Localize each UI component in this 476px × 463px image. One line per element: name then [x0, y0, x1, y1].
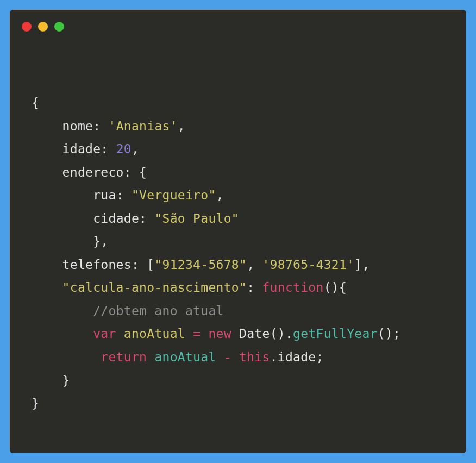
key-cidade: cidade: [93, 211, 147, 226]
key-nome: nome: [62, 119, 101, 133]
key-rua: rua: [93, 188, 124, 202]
method-getfullyear: getFullYear [293, 327, 378, 341]
var-anoatual: anoAtual [124, 327, 185, 341]
brace-open: { [32, 96, 39, 110]
minimize-icon[interactable] [38, 22, 48, 32]
value-rua: "Vergueiro" [131, 188, 216, 202]
prop-idade: idade [278, 350, 316, 364]
value-cidade: "São Paulo" [154, 211, 239, 226]
value-nome: 'Ananias' [109, 119, 178, 133]
var-anoatual-ref: anoAtual [154, 350, 216, 364]
close-icon[interactable] [22, 22, 32, 32]
keyword-new: new [208, 327, 231, 341]
keyword-return: return [101, 350, 147, 364]
keyword-this: this [239, 350, 270, 364]
keyword-function: function [262, 280, 323, 295]
zoom-icon[interactable] [54, 22, 64, 32]
key-endereco: endereco: [62, 165, 131, 179]
comment: //obtem ano atual [93, 304, 224, 318]
brace-close: } [32, 396, 39, 410]
value-telefone-2: '98765-4321' [262, 258, 354, 272]
value-idade: 20 [116, 142, 131, 156]
key-telefones: telefones: [62, 258, 139, 272]
code-editor: { nome: 'Ananias', idade: 20, endereco: … [10, 37, 466, 437]
keyword-var: var [93, 327, 116, 341]
key-calcula: "calcula-ano-nascimento" [62, 280, 247, 295]
builtin-date: Date [239, 327, 270, 341]
value-telefone-1: "91234-5678" [154, 258, 247, 272]
window-titlebar [10, 10, 466, 37]
code-window: { nome: 'Ananias', idade: 20, endereco: … [10, 10, 466, 453]
key-idade: idade: [62, 142, 109, 156]
